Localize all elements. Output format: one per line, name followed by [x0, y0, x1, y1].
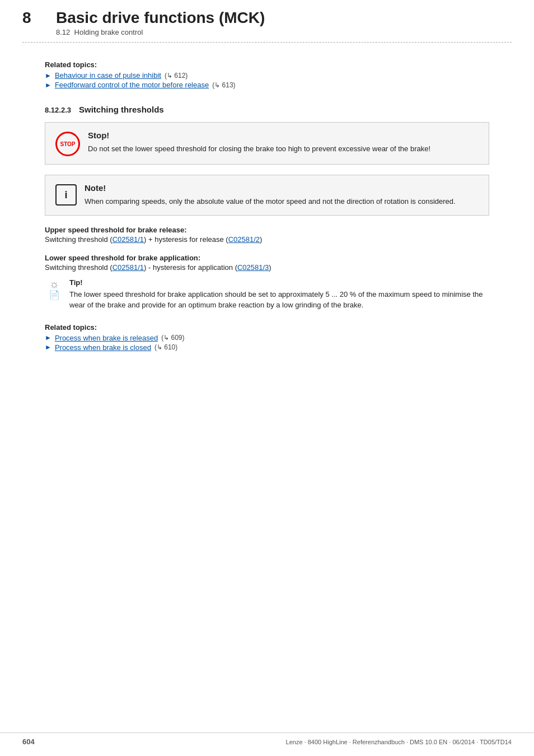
lower-link2[interactable]: C02581/3: [237, 263, 269, 272]
section-title: 8.12 Holding brake control: [56, 28, 265, 36]
upper-threshold-heading: Upper speed threshold for brake release:: [45, 226, 489, 234]
note-box: i Note! When comparing speeds, only the …: [45, 175, 489, 216]
related-link-3-text[interactable]: Process when brake is released: [55, 334, 158, 342]
tip-content: Tip! The lower speed threshold for brake…: [69, 278, 489, 311]
stop-content: Stop! Do not set the lower speed thresho…: [88, 130, 430, 155]
lower-threshold-heading: Lower speed threshold for brake applicat…: [45, 254, 489, 262]
section-num-8-12-2-3: 8.12.2.3: [45, 106, 71, 114]
related-topics-1-label: Related topics:: [45, 60, 489, 69]
arrow-icon-1: ►: [45, 72, 51, 80]
header-right: Basic drive functions (MCK) 8.12 Holding…: [56, 10, 265, 36]
stop-title: Stop!: [88, 130, 430, 140]
related-link-2: ► Feedforward control of the motor befor…: [45, 81, 489, 89]
arrow-icon-3: ►: [45, 334, 51, 342]
page-header: 8 Basic drive functions (MCK) 8.12 Holdi…: [0, 0, 534, 36]
note-icon-text: i: [64, 189, 67, 201]
upper-threshold-formula: Switching threshold (C02581/1) + hystere…: [45, 235, 489, 244]
tip-icon-container: ☼︎ 📄: [45, 278, 64, 300]
lower-threshold-section: Lower speed threshold for brake applicat…: [45, 254, 489, 272]
page-footer: 604 Lenze · 8400 HighLine · Referenzhand…: [0, 732, 534, 746]
stop-text: Do not set the lower speed threshold for…: [88, 143, 430, 155]
related-link-3: ► Process when brake is released (↳ 609): [45, 334, 489, 342]
chapter-title: Basic drive functions (MCK): [56, 10, 265, 26]
section-label: Holding brake control: [74, 28, 143, 36]
stop-icon: STOP: [55, 132, 80, 156]
tip-label: Tip!: [69, 278, 489, 287]
tip-book-icon: 📄: [49, 290, 60, 300]
note-icon: i: [55, 184, 77, 206]
stop-icon-text: STOP: [60, 141, 75, 147]
main-content: Related topics: ► Behaviour in case of p…: [0, 43, 534, 375]
section-num: 8.12: [56, 28, 70, 36]
upper-formula-text2: ) + hysteresis for release (: [144, 235, 228, 244]
arrow-icon-4: ►: [45, 343, 51, 351]
related-link-3-ref: (↳ 609): [161, 334, 184, 342]
note-title: Note!: [85, 183, 456, 193]
related-topics-1: Related topics: ► Behaviour in case of p…: [45, 60, 489, 89]
related-link-2-ref: (↳ 613): [212, 81, 235, 89]
lower-formula-text2: ) - hysteresis for application (: [144, 263, 237, 272]
lower-link1[interactable]: C02581/1: [113, 263, 144, 272]
upper-link2[interactable]: C02581/2: [228, 235, 260, 244]
related-link-1-ref: (↳ 612): [165, 72, 188, 80]
section-title-8-12-2-3: Switching thresholds: [79, 105, 164, 114]
page: 8 Basic drive functions (MCK) 8.12 Holdi…: [0, 0, 534, 756]
related-link-4-text[interactable]: Process when brake is closed: [55, 343, 151, 352]
related-link-2-text[interactable]: Feedforward control of the motor before …: [55, 81, 209, 89]
stop-box: STOP Stop! Do not set the lower speed th…: [45, 122, 489, 165]
upper-formula-text3: ): [260, 235, 262, 244]
tip-text: The lower speed threshold for brake appl…: [69, 289, 489, 311]
related-link-1: ► Behaviour in case of pulse inhibit (↳ …: [45, 71, 489, 80]
note-text: When comparing speeds, only the absolute…: [85, 196, 456, 207]
page-number: 604: [22, 738, 35, 746]
tip-box: ☼︎ 📄 Tip! The lower speed threshold for …: [45, 278, 489, 311]
related-topics-2-label: Related topics:: [45, 323, 489, 332]
related-topics-2: Related topics: ► Process when brake is …: [45, 323, 489, 352]
lower-formula-text3: ): [269, 263, 271, 272]
arrow-icon-2: ►: [45, 81, 51, 89]
section-heading-8-12-2-3: 8.12.2.3 Switching thresholds: [45, 105, 489, 114]
lower-formula-text1: Switching threshold (: [45, 263, 113, 272]
related-link-1-text[interactable]: Behaviour in case of pulse inhibit: [55, 71, 161, 80]
related-link-4: ► Process when brake is closed (↳ 610): [45, 343, 489, 352]
tip-sun-icon: ☼︎: [49, 278, 59, 290]
related-link-4-ref: (↳ 610): [154, 343, 177, 351]
upper-threshold-section: Upper speed threshold for brake release:…: [45, 226, 489, 244]
chapter-number: 8: [22, 10, 45, 26]
note-content: Note! When comparing speeds, only the ab…: [85, 183, 456, 207]
upper-link1[interactable]: C02581/1: [113, 235, 144, 244]
footer-info: Lenze · 8400 HighLine · Referenzhandbuch…: [286, 739, 512, 745]
upper-formula-text1: Switching threshold (: [45, 235, 113, 244]
lower-threshold-formula: Switching threshold (C02581/1) - hystere…: [45, 263, 489, 272]
